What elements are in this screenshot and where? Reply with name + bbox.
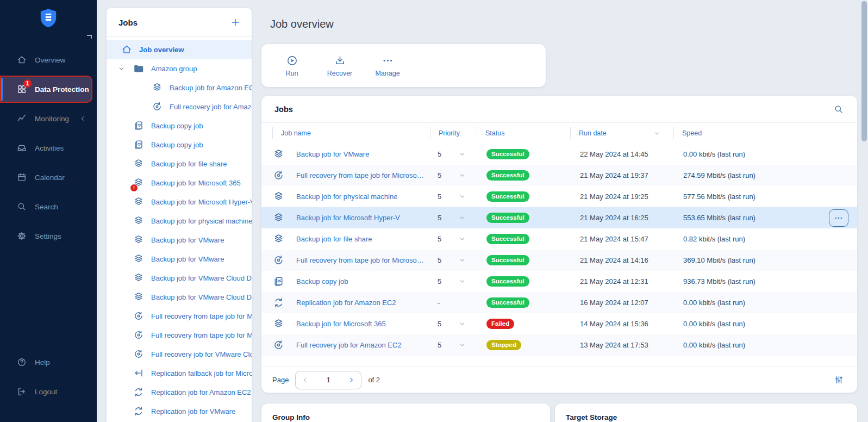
job-name-link[interactable]: Backup copy job [296,277,348,286]
priority-chevron-icon[interactable] [458,150,466,158]
job-name-link[interactable]: Full recovery from tape job for Microsof… [296,171,424,179]
previous-page-icon[interactable] [301,376,309,384]
priority-chevron-icon[interactable] [458,171,466,179]
row-actions-button[interactable] [829,214,848,222]
job-name-link[interactable]: Backup job for VMware [296,150,369,158]
job-type-icon [151,82,164,95]
job-type-icon [272,169,285,182]
job-name-link[interactable]: Backup job for Microsoft 365 [296,320,386,328]
sidebar-item[interactable]: 1 Data Protection [0,76,92,103]
job-type-icon [133,215,146,228]
job-type-icon [133,367,146,380]
tree-item[interactable]: Full recovery job for VMware Cloud [107,345,252,364]
sidebar-item[interactable]: Help [0,351,97,373]
priority-chevron-icon[interactable] [458,235,466,243]
tree-item-label: Replication job for VMware [151,407,235,415]
search-button[interactable] [833,104,844,115]
status-badge: Stopped [486,340,521,350]
table-row[interactable]: Backup job for Microsoft Hyper-V 5 Succe… [261,207,857,228]
tree-item[interactable]: Replication failback job for Microsof [107,364,252,383]
tree-item[interactable]: Full recovery from tape job for Micr [107,326,252,345]
tree-item[interactable]: Replication job for VMware [107,402,252,421]
table-row[interactable]: Full recovery from tape job for Microsof… [261,165,857,186]
table-row[interactable]: Backup job for Microsoft 365 5 Failed 14… [261,313,857,334]
tree-item[interactable]: Backup job for physical machine [107,212,252,231]
table-row[interactable]: Backup copy job 5 Successful 21 May 2024… [261,271,857,292]
tree-item[interactable]: Backup job for VMware [107,250,252,269]
job-name-link[interactable]: Backup job for Microsoft Hyper-V [296,214,400,222]
tree-item[interactable]: Amazon group [107,59,252,78]
priority-chevron-icon[interactable] [458,320,466,328]
job-name-link[interactable]: Backup job for file share [296,235,372,243]
column-header[interactable]: Job name [272,127,430,140]
job-name-link[interactable]: Backup job for physical machine [296,193,397,201]
priority-chevron-icon[interactable] [458,277,466,286]
run-date: 21 May 2024 at 19:37 [570,171,673,179]
add-job-button[interactable] [230,16,242,28]
job-type-icon [272,318,285,331]
tree-item[interactable]: Backup job for VMware Cloud Direc [107,269,252,288]
toolbar-button[interactable]: Recover [316,54,364,77]
job-name-link[interactable]: Full recovery from tape job for Microsof… [296,256,424,264]
column-settings-button[interactable] [834,375,844,385]
run-date: 16 May 2024 at 12:07 [570,299,673,307]
tree-item[interactable]: Backup job for Amazon EC2 [107,78,252,97]
sidebar-item[interactable]: Calendar [0,166,97,188]
job-type-icon [133,139,146,152]
tree-item[interactable]: Replication job for Amazon EC2 [107,383,252,402]
priority-chevron-icon[interactable] [458,214,466,222]
tree-item[interactable]: Backup job for file share [107,154,252,173]
app-logo[interactable] [39,7,58,30]
priority-chevron-icon[interactable] [458,256,466,264]
sidebar-item[interactable]: Monitoring [0,108,97,129]
sidebar-item[interactable]: Settings [0,225,97,247]
priority-chevron-icon[interactable] [458,193,466,201]
run-date: 21 May 2024 at 14:16 [570,256,673,264]
chevron-down-icon[interactable] [117,65,126,73]
search-icon [833,104,844,115]
table-row[interactable]: Backup job for physical machine 5 Succes… [261,186,857,207]
column-header[interactable]: Speed [673,127,848,140]
column-header[interactable]: Priority [430,127,477,140]
table-row[interactable]: Replication job for Amazon EC2 - Success… [261,292,857,313]
job-name-link[interactable]: Replication job for Amazon EC2 [296,299,396,307]
sort-chevron-icon[interactable] [653,130,660,137]
collapse-icon[interactable] [79,115,86,122]
priority-value: 5 [438,256,445,264]
column-header[interactable]: Status [477,127,570,140]
toolbar-button[interactable]: Run [268,54,316,77]
speed-value: 274.59 Mbit/s (last run) [683,171,755,179]
tree-item[interactable]: Backup job for Microsoft 365 [107,173,252,193]
tree-item[interactable]: Backup copy job [107,135,252,154]
tree-item[interactable]: Full recovery job for Amazon E [107,97,252,116]
toolbar-button-icon [334,54,346,67]
tree-item-label: Job overview [139,46,184,54]
table-row[interactable]: Backup job for VMware 5 Successful 22 Ma… [261,144,857,165]
tree-item[interactable]: Backup job for VMware [107,231,252,250]
tree-item[interactable]: Backup copy job [107,116,252,135]
sidebar-item-label: Data Protection [35,85,89,94]
sidebar-item[interactable]: Overview [0,49,97,71]
job-type-icon [272,190,285,203]
sidebar-item[interactable]: Activities [0,137,97,159]
run-date: 13 May 2024 at 17:53 [570,341,673,349]
next-page-icon[interactable] [347,376,355,384]
vertical-scrollbar[interactable] [861,1,867,141]
tree-item[interactable]: Full recovery from tape job for Micr [107,307,252,326]
nav-icon [16,357,27,368]
table-row[interactable]: Full recovery from tape job for Microsof… [261,250,857,271]
tree-item[interactable]: Job overview [107,40,252,59]
sidebar-resize-handle[interactable] [87,35,92,39]
current-page-value[interactable]: 1 [327,376,330,384]
sidebar-item[interactable]: Search [0,196,97,218]
column-header[interactable]: Run date [570,127,673,140]
tree-item[interactable]: Backup job for VMware Cloud Direc [107,288,252,307]
sidebar-item[interactable]: Logout [0,381,97,402]
job-name-link[interactable]: Full recovery job for Amazon EC2 [296,341,402,349]
table-row[interactable]: Full recovery job for Amazon EC2 5 Stopp… [261,334,857,356]
priority-chevron-icon[interactable] [458,341,466,349]
toolbar-button[interactable]: Manage [364,54,411,77]
error-badge-icon [130,184,138,191]
tree-item[interactable]: Backup job for Microsoft Hyper-V [107,193,252,212]
table-row[interactable]: Backup job for file share 5 Successful 2… [261,228,857,250]
